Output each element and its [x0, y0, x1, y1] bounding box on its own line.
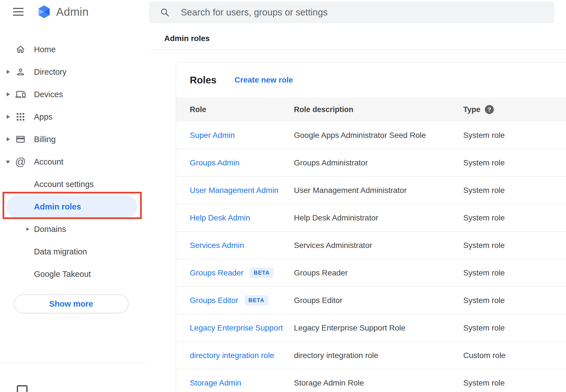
role-description: Groups Editor [294, 296, 463, 305]
role-description: Legacy Enterprise Support Role [294, 323, 463, 332]
sidebar-header: Admin [0, 0, 149, 24]
chevron-right-icon[interactable] [7, 115, 10, 119]
role-link[interactable]: Legacy Enterprise Support [190, 323, 283, 332]
role-link[interactable]: Super Admin [190, 131, 235, 140]
col-header-description: Role description [294, 105, 463, 114]
role-link[interactable]: User Management Admin [190, 186, 279, 195]
role-link[interactable]: Groups Admin [190, 158, 239, 167]
table-row: Groups Admin Groups Administrator System… [176, 149, 566, 177]
table-row: Services Admin Services Administrator Sy… [176, 232, 566, 259]
sidebar-item-billing[interactable]: Billing [0, 128, 149, 151]
role-link[interactable]: directory integration role [190, 351, 274, 360]
credit-card-icon [15, 134, 26, 144]
sidebar-item-label: Account settings [34, 180, 94, 189]
sidebar-item-label: Apps [34, 112, 53, 122]
role-type: System role [463, 131, 566, 140]
role-link[interactable]: Services Admin [190, 241, 244, 250]
at-icon: @ [15, 156, 26, 168]
menu-icon[interactable] [13, 8, 24, 16]
role-type: Custom role [463, 351, 566, 360]
sidebar-item-label: Home [34, 45, 56, 54]
table-row: Groups Reader BETA Groups Reader System … [176, 259, 566, 287]
sidebar: Admin Home Directory Devices [0, 0, 149, 392]
sidebar-item-domains[interactable]: Domains [0, 218, 149, 240]
role-type: System role [463, 296, 566, 305]
sidebar-item-label: Domains [34, 225, 66, 234]
beta-badge: BETA [250, 268, 273, 278]
home-icon [15, 44, 26, 54]
role-link[interactable]: Groups Reader [190, 268, 243, 277]
apps-grid-icon [15, 112, 26, 122]
search-bar[interactable] [149, 1, 554, 23]
table-row: directory integration role directory int… [176, 342, 566, 369]
sidebar-item-apps[interactable]: Apps [0, 106, 149, 128]
role-type: System role [463, 213, 566, 222]
devices-icon [15, 89, 26, 99]
app-title: Admin [56, 6, 89, 18]
role-link[interactable]: Storage Admin [190, 379, 241, 388]
role-type: System role [463, 323, 566, 332]
role-description: Services Administrator [294, 241, 463, 250]
sidebar-item-label: Billing [34, 135, 56, 144]
sidebar-item-label: Data migration [34, 247, 87, 256]
role-description: Groups Reader [294, 268, 463, 277]
table-row: Super Admin Google Apps Administrator Se… [176, 122, 566, 149]
search-icon [160, 8, 170, 17]
role-type: System role [463, 158, 566, 167]
table-row: Legacy Enterprise Support Legacy Enterpr… [176, 314, 566, 342]
role-type: System role [463, 186, 566, 195]
roles-card: Roles Create new role Role Role descript… [176, 62, 566, 392]
chevron-right-icon[interactable] [7, 70, 10, 74]
chevron-right-icon[interactable] [7, 137, 10, 141]
header-divider [149, 49, 566, 50]
sidebar-item-google-takeout[interactable]: Google Takeout [0, 263, 149, 285]
role-type: System role [463, 379, 566, 388]
col-header-role: Role [190, 105, 294, 114]
sidebar-item-admin-roles[interactable]: Admin roles [6, 195, 137, 218]
help-icon[interactable]: ? [485, 105, 494, 114]
col-header-type: Type [463, 105, 480, 114]
sidebar-item-directory[interactable]: Directory [0, 61, 149, 83]
role-description: Storage Admin Role [294, 379, 463, 388]
person-icon [15, 67, 26, 77]
table-row: User Management Admin User Management Ad… [176, 177, 566, 204]
chevron-right-icon[interactable] [26, 227, 29, 231]
role-description: directory integration role [294, 351, 463, 360]
sidebar-bottom-divider [0, 363, 149, 363]
create-new-role-link[interactable]: Create new role [234, 76, 293, 85]
table-row: Help Desk Admin Help Desk Administrator … [176, 204, 566, 232]
role-type: System role [463, 268, 566, 277]
breadcrumb: Admin roles [164, 34, 210, 43]
search-input[interactable] [181, 7, 554, 18]
table-row: Storage Admin Storage Admin Role System … [176, 369, 566, 392]
table-header-row: Role Role description Type ? [176, 97, 566, 122]
role-description: Google Apps Administrator Seed Role [294, 131, 463, 140]
sidebar-item-account-settings[interactable]: Account settings [0, 173, 149, 195]
show-more-button[interactable]: Show more [14, 294, 129, 313]
chevron-right-icon[interactable] [7, 92, 10, 96]
sidebar-item-home[interactable]: Home [0, 38, 149, 61]
sidebar-item-label: Account [34, 157, 63, 167]
sidebar-item-label: Devices [34, 90, 63, 99]
role-description: Help Desk Administrator [294, 213, 463, 222]
role-type: System role [463, 241, 566, 250]
sidebar-item-label: Admin roles [34, 202, 81, 211]
role-description: Groups Administrator [294, 158, 463, 167]
card-header: Roles Create new role [176, 63, 566, 97]
role-description: User Management Administrator [294, 186, 463, 195]
sidebar-item-data-migration[interactable]: Data migration [0, 240, 149, 263]
admin-logo-icon [37, 5, 51, 19]
table-row: Groups Editor BETA Groups Editor System … [176, 287, 566, 314]
card-title: Roles [190, 74, 216, 86]
beta-badge: BETA [245, 295, 268, 306]
sidebar-item-devices[interactable]: Devices [0, 83, 149, 106]
partial-bottom-icon [17, 385, 28, 392]
role-link[interactable]: Groups Editor [190, 296, 238, 305]
sidebar-nav: Home Directory Devices [0, 38, 149, 285]
role-link[interactable]: Help Desk Admin [190, 213, 250, 222]
sidebar-item-account[interactable]: @ Account [0, 151, 149, 173]
sidebar-item-label: Directory [34, 67, 67, 77]
chevron-down-icon[interactable] [6, 161, 10, 164]
sidebar-item-label: Google Takeout [34, 270, 91, 279]
